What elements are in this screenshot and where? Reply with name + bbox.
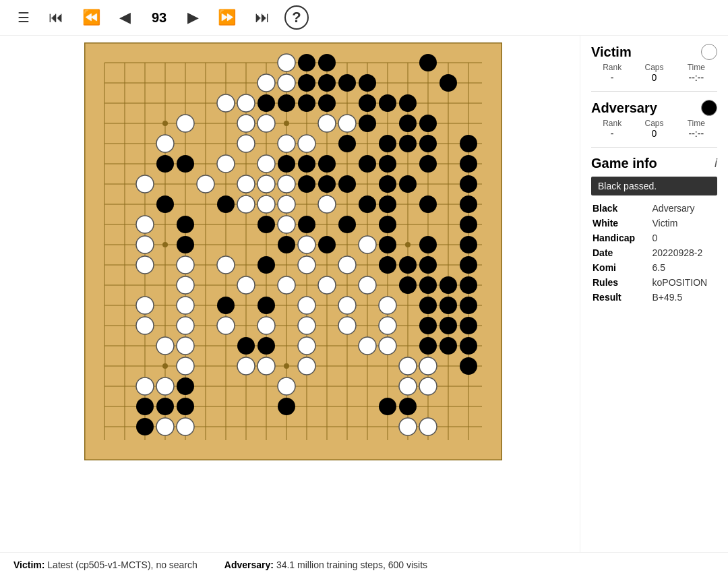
svg-point-137 [257, 256, 275, 274]
svg-point-176 [257, 337, 275, 355]
forward-button[interactable]: ⏩ [214, 6, 240, 29]
svg-point-154 [177, 297, 194, 314]
svg-point-175 [237, 337, 255, 355]
svg-point-192 [177, 377, 194, 395]
svg-point-76 [156, 135, 174, 152]
svg-point-158 [338, 297, 356, 314]
last-button[interactable]: ⏭ [251, 6, 274, 29]
svg-point-66 [379, 94, 396, 112]
svg-point-118 [177, 216, 194, 233]
table-row: ResultB+49.5 [591, 290, 717, 305]
svg-point-148 [359, 276, 376, 294]
svg-point-151 [439, 276, 457, 294]
table-row: BlackAdversary [591, 201, 717, 216]
svg-point-119 [257, 216, 275, 233]
svg-point-55 [318, 74, 336, 92]
svg-point-64 [318, 94, 336, 112]
svg-point-100 [278, 175, 295, 193]
rewind-button[interactable]: ⏪ [78, 6, 104, 29]
svg-point-74 [399, 115, 417, 132]
svg-point-173 [156, 337, 174, 355]
go-board[interactable] [84, 42, 502, 460]
table-row: WhiteVictim [591, 216, 717, 231]
svg-point-89 [278, 155, 295, 173]
svg-point-174 [177, 337, 194, 355]
svg-point-180 [419, 337, 437, 355]
right-panel: Victim Rank - Caps 0 Time --:-- [580, 36, 728, 552]
help-button[interactable]: ? [284, 5, 309, 30]
svg-point-153 [136, 297, 154, 314]
svg-point-149 [399, 276, 417, 294]
svg-point-121 [298, 216, 315, 233]
game-info-title: Game info [591, 156, 657, 171]
svg-point-162 [460, 297, 477, 314]
svg-point-156 [257, 297, 275, 314]
adversary-time-label: Time [688, 119, 705, 128]
next-button[interactable]: ▶ [183, 6, 203, 29]
svg-point-102 [318, 175, 336, 193]
svg-point-108 [217, 195, 235, 213]
svg-point-56 [338, 74, 356, 92]
svg-point-164 [177, 317, 194, 334]
svg-point-67 [399, 94, 417, 112]
victim-rank-value: - [611, 72, 614, 83]
svg-point-115 [419, 195, 437, 213]
first-button[interactable]: ⏮ [44, 6, 67, 29]
svg-point-93 [379, 155, 396, 173]
svg-point-206 [419, 418, 437, 435]
svg-point-82 [399, 135, 417, 152]
svg-point-205 [399, 418, 417, 435]
prev-button[interactable]: ◀ [115, 6, 135, 29]
svg-point-45 [162, 363, 168, 369]
svg-point-96 [136, 175, 154, 193]
svg-point-125 [136, 236, 154, 253]
svg-point-63 [298, 94, 315, 112]
svg-point-84 [460, 135, 477, 152]
victim-time-label: Time [688, 63, 705, 72]
svg-point-99 [257, 175, 275, 193]
svg-point-61 [257, 94, 275, 112]
svg-point-106 [460, 175, 477, 193]
svg-point-127 [278, 236, 295, 253]
divider-2 [591, 147, 717, 148]
svg-point-181 [439, 337, 457, 355]
svg-point-163 [136, 317, 154, 334]
svg-point-178 [359, 337, 376, 355]
svg-point-109 [237, 195, 255, 213]
svg-point-40 [284, 121, 289, 126]
svg-point-48 [278, 54, 295, 71]
adversary-name: Adversary [591, 100, 657, 116]
svg-point-71 [318, 115, 336, 132]
svg-point-113 [359, 195, 376, 213]
victim-time-value: --:-- [689, 72, 704, 83]
menu-button[interactable]: ☰ [13, 7, 34, 28]
svg-point-134 [136, 256, 154, 274]
svg-point-98 [237, 175, 255, 193]
info-icon[interactable]: i [715, 156, 717, 171]
svg-point-42 [162, 242, 168, 247]
svg-point-80 [338, 135, 356, 152]
svg-point-68 [177, 115, 194, 132]
table-row: Date20220928-2 [591, 245, 717, 260]
svg-point-59 [217, 94, 235, 112]
svg-point-144 [177, 276, 194, 294]
svg-point-87 [217, 155, 235, 173]
svg-point-190 [136, 377, 154, 395]
svg-point-169 [379, 317, 396, 334]
footer: Victim: Latest (cp505-v1-MCTS), no searc… [0, 552, 728, 577]
svg-point-166 [257, 317, 275, 334]
svg-point-90 [298, 155, 315, 173]
svg-point-196 [136, 398, 154, 415]
svg-point-147 [318, 276, 336, 294]
svg-point-88 [257, 155, 275, 173]
svg-point-185 [257, 357, 275, 375]
game-info-section: Game info i Black passed. BlackAdversary… [591, 156, 717, 305]
svg-point-49 [298, 54, 315, 71]
svg-point-120 [278, 216, 295, 233]
svg-point-69 [237, 115, 255, 132]
victim-caps-label: Caps [644, 63, 663, 72]
svg-point-124 [460, 216, 477, 233]
svg-point-126 [177, 236, 194, 253]
move-number: 93 [146, 10, 173, 26]
svg-point-199 [278, 398, 295, 415]
